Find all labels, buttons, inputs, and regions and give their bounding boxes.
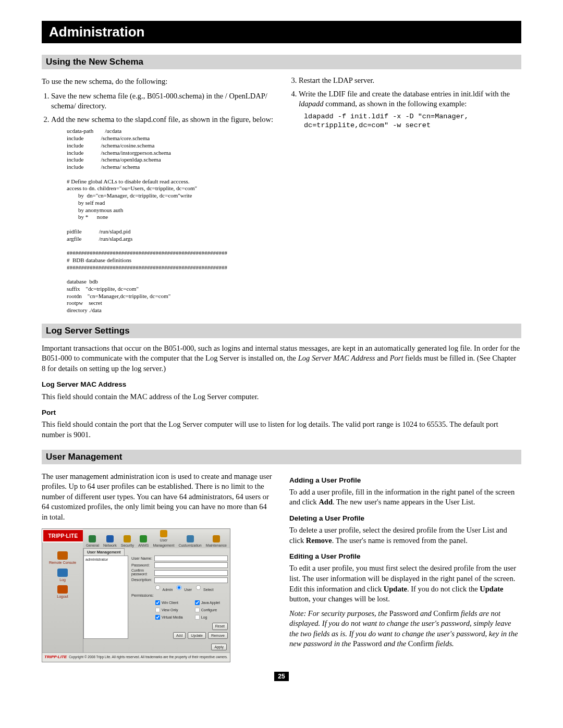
user-list[interactable]: administrator — [83, 556, 128, 639]
schema-intro: To use the new schema, do the following: — [42, 77, 274, 87]
left-sidebar: Remote Console Log Logout — [42, 548, 83, 652]
user-management-screenshot: TRIPP·LITE General Network Security ANMS… — [42, 528, 230, 662]
adding-text: To add a user profile, fill in the infor… — [289, 487, 521, 508]
section-schema-header: Using the New Schema — [42, 55, 521, 69]
label-description: Description: — [131, 577, 154, 583]
network-icon — [106, 535, 114, 542]
page-title: Administration — [42, 21, 521, 43]
logout-icon — [57, 585, 68, 594]
perm-virtual-media[interactable]: Virtual Media — [154, 614, 191, 621]
adding-heading: Adding a User Profile — [289, 476, 521, 485]
sidebar-log[interactable]: Log — [57, 569, 68, 582]
monitor-icon — [57, 551, 68, 560]
update-button[interactable]: Update — [188, 632, 206, 639]
tab-customization[interactable]: Customization — [178, 535, 201, 548]
content-tab[interactable]: User Management — [83, 548, 125, 556]
input-confirm[interactable] — [154, 570, 228, 576]
tab-maintenance[interactable]: Maintenance — [206, 535, 227, 548]
label-permissions: Permissions: — [131, 593, 154, 598]
perm-log[interactable]: Log — [194, 614, 228, 621]
tab-general[interactable]: General — [86, 535, 99, 548]
tab-network[interactable]: Network — [103, 535, 117, 548]
reset-button[interactable]: Reset — [212, 623, 228, 630]
label-confirm: Confirm password: — [131, 569, 154, 576]
deleting-heading: Deleting a User Profile — [289, 514, 521, 523]
general-icon — [89, 535, 96, 542]
log-mac-text: This field should contain the MAC addres… — [42, 392, 521, 402]
label-password: Password: — [131, 563, 154, 568]
remove-button[interactable]: Remove — [208, 632, 228, 639]
input-description[interactable] — [154, 577, 228, 583]
admin-toolbar: General Network Security ANMS User Manag… — [83, 529, 230, 548]
tab-anms[interactable]: ANMS — [138, 535, 149, 548]
section-log-header: Log Server Settings — [42, 324, 521, 338]
schema-step-2: Add the new schema to the slapd.conf fil… — [51, 115, 274, 125]
sidebar-remote-console[interactable]: Remote Console — [49, 551, 76, 565]
log-mac-heading: Log Server MAC Address — [42, 380, 521, 389]
user-form: User Name: Password: Confirm password: D… — [131, 556, 228, 639]
radio-user[interactable]: User — [176, 584, 192, 592]
page-number: 25 — [274, 672, 288, 681]
copyright-text: Copyright © 2008 Tripp Lite. All rights … — [69, 655, 228, 660]
user-management-icon — [160, 530, 167, 537]
maintenance-icon — [213, 535, 220, 542]
schema-step-1: Save the new schema file (e.g., B051-000… — [51, 91, 274, 112]
footer-logo: TRIPP·LITE — [44, 655, 67, 660]
ldapadd-command: ldapadd -f init.ldif -x -D "cn=Manager, … — [304, 113, 521, 130]
sidebar-logout[interactable]: Logout — [57, 585, 68, 599]
perm-configure[interactable]: Configure — [194, 607, 228, 613]
security-icon — [124, 535, 131, 542]
editing-heading: Editing a User Profile — [289, 552, 521, 561]
log-intro: Important transactions that occur on the… — [42, 343, 521, 374]
radio-admin[interactable]: Admin — [154, 584, 173, 592]
editing-text: To edit a user profile, you must first s… — [289, 563, 521, 604]
brand-logo: TRIPP·LITE — [42, 529, 83, 542]
input-password[interactable] — [154, 562, 228, 568]
label-username: User Name: — [131, 556, 154, 561]
schema-step-3: Restart the LDAP server. — [299, 76, 521, 86]
customization-icon — [187, 535, 194, 542]
deleting-text: To delete a user profile, select the des… — [289, 525, 521, 546]
anms-icon — [140, 535, 147, 542]
slapd-conf-block: ucdata-path /ucdata include /schema/core… — [67, 128, 274, 314]
input-username[interactable] — [154, 556, 228, 561]
log-port-text: This field should contain the port that … — [42, 419, 521, 440]
section-user-header: User Management — [42, 450, 521, 464]
log-icon — [57, 569, 68, 577]
perm-win-client[interactable]: Win Client — [154, 599, 191, 606]
ui-footer: TRIPP·LITE Copyright © 2008 Tripp Lite. … — [42, 652, 230, 662]
log-port-heading: Port — [42, 408, 521, 417]
schema-step-4: Write the LDIF file and create the datab… — [299, 89, 521, 109]
tab-security[interactable]: Security — [121, 535, 134, 548]
add-button[interactable]: Add — [173, 632, 186, 639]
perm-view-only[interactable]: View Only — [154, 607, 191, 613]
user-left-text: The user management administration icon … — [42, 472, 274, 523]
editing-note: Note: For security purposes, the Passwor… — [289, 609, 521, 649]
apply-button[interactable]: Apply — [211, 644, 227, 650]
tab-user-management[interactable]: User Management — [153, 530, 174, 548]
perm-java-applet[interactable]: Java Applet — [194, 599, 228, 606]
list-item[interactable]: administrator — [85, 557, 126, 562]
radio-select[interactable]: Select — [195, 584, 213, 592]
